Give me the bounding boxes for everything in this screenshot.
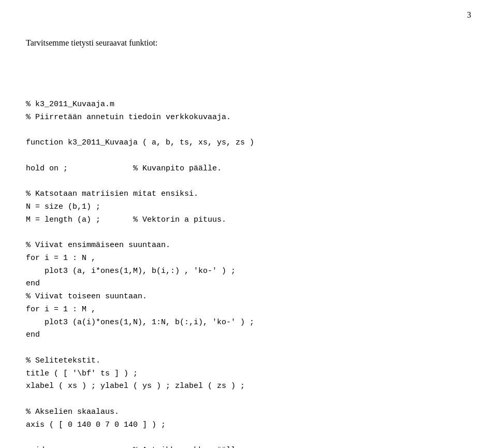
code-line: M = length (a) ; % Vektorin a pituus. (26, 214, 471, 227)
code-line (26, 124, 471, 137)
code-line (26, 175, 471, 188)
code-line: % Viivat ensimmäiseen suuntaan. (26, 239, 471, 252)
code-line (26, 431, 471, 444)
code-block: % k3_2011_Kuvaaja.m% Piirretään annetuin… (26, 60, 471, 448)
code-line: function k3_2011_Kuvaaja ( a, b, ts, xs,… (26, 137, 471, 150)
code-line: title ( [ '\bf' ts ] ) ; (26, 368, 471, 381)
page-number: 3 (467, 10, 471, 20)
code-line: % k3_2011_Kuvaaja.m (26, 98, 471, 111)
code-line: % Viivat toiseen suuntaan. (26, 291, 471, 304)
code-line (26, 226, 471, 239)
code-line: end (26, 278, 471, 291)
code-line: % Piirretään annetuin tiedoin verkkokuva… (26, 111, 471, 124)
code-line (26, 150, 471, 163)
code-line: for i = 1 : M , (26, 304, 471, 316)
code-line (26, 393, 471, 406)
code-line: plot3 (a(i)*ones(1,N), 1:N, b(:,i), 'ko-… (26, 316, 471, 329)
code-line: plot3 (a, i*ones(1,M), b(i,:) , 'ko-' ) … (26, 265, 471, 278)
intro-text: Tarvitsemme tietysti seuraavat funktiot: (26, 36, 471, 50)
code-line: hold on ; % Kuvanpito päälle. (26, 163, 471, 176)
code-line: end (26, 329, 471, 342)
code-line (26, 342, 471, 355)
code-line: % Katsotaan matriisien mitat ensiksi. (26, 188, 471, 201)
code-line: axis ( [ 0 140 0 7 0 140 ] ) ; (26, 419, 471, 432)
code-line: % Selitetekstit. (26, 355, 471, 368)
page-container: 3 Tarvitsemme tietysti seuraavat funktio… (0, 0, 497, 448)
code-line: for i = 1 : N , (26, 252, 471, 265)
code-line: N = size (b,1) ; (26, 201, 471, 214)
content-area: Tarvitsemme tietysti seuraavat funktiot:… (26, 36, 471, 448)
code-line: grid on ; % Asteikkoverkko päälle. (26, 444, 471, 448)
code-line: xlabel ( xs ) ; ylabel ( ys ) ; zlabel (… (26, 380, 471, 393)
code-line: % Akselien skaalaus. (26, 406, 471, 419)
